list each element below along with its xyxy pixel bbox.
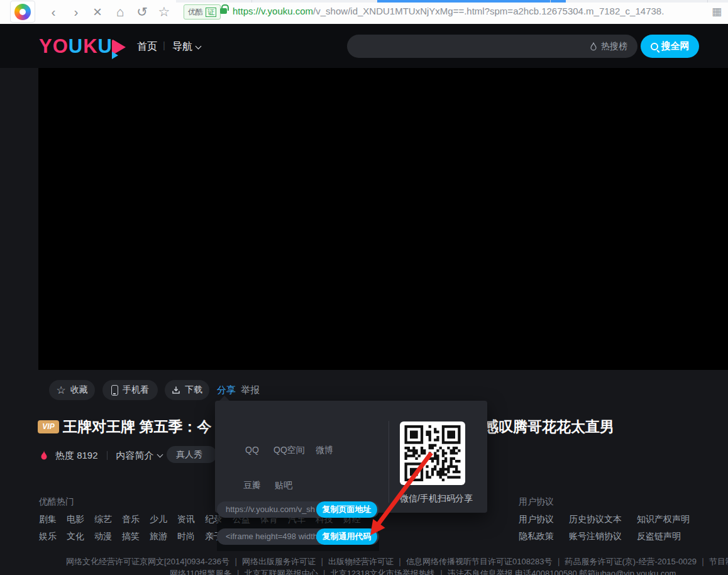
phone-label: 手机看 — [123, 384, 149, 396]
nav-home[interactable]: 首页 — [137, 40, 157, 53]
favorite-button[interactable]: ☆ 收藏 — [49, 380, 95, 400]
search-icon — [651, 43, 658, 50]
download-button[interactable]: 下载 — [165, 380, 209, 400]
url-path: /v_show/id_XNDU1MTUxNjYxMg==.html?spm=a2… — [313, 6, 664, 16]
logo-letter: Y — [39, 35, 53, 58]
watch-on-phone-button[interactable]: 手机看 — [102, 380, 158, 400]
share-tieba[interactable]: 贴吧 — [275, 480, 292, 491]
site-verification-badge[interactable]: 优酷 证 — [184, 4, 221, 20]
footer-agreement-row2: 隐私政策 账号注销协议 反盗链声明 — [519, 531, 681, 542]
footer-link[interactable]: 账号注销协议 — [569, 531, 622, 542]
footer-link[interactable]: 隐私政策 — [519, 531, 554, 542]
legal-line1: 网络文化经营许可证京网文[2014]0934-236号 ｜ 网络出版服务许可证 … — [66, 556, 728, 567]
footer-link[interactable]: 动漫 — [94, 531, 112, 542]
qr-code-icon[interactable]: ▦ — [712, 5, 722, 18]
site-header: Y O U K U 首页 | 导航 热搜榜 搜全网 — [0, 24, 728, 68]
report-button[interactable]: 举报 — [241, 384, 260, 396]
footer-agreement-row1: 用户协议 历史协议文本 知识产权声明 — [519, 514, 690, 525]
footer-link[interactable]: 时尚 — [177, 531, 195, 542]
site-badge-label: 优酷 — [188, 7, 203, 18]
copy-embed-code-button[interactable]: 复制通用代码 — [316, 528, 377, 545]
browser-logo[interactable] — [10, 1, 35, 23]
tab-separator — [707, 0, 708, 3]
youku-play-icon-accent — [112, 52, 118, 59]
share-douban[interactable]: 豆瓣 — [243, 480, 261, 491]
share-popup: QQ QQ空间 微博 豆瓣 贴吧 微信/手机扫码分享 — [215, 401, 487, 513]
nav-divider: | — [163, 40, 165, 50]
phone-icon — [111, 385, 118, 396]
footer-link[interactable]: 电影 — [67, 514, 84, 525]
footer-link[interactable]: 少儿 — [150, 514, 167, 525]
summary-label: 内容简介 — [116, 450, 154, 461]
footer-hot-row2: 娱乐 文化 动漫 搞笑 旅游 时尚 亲子 — [39, 531, 223, 542]
share-weibo[interactable]: 微博 — [316, 445, 333, 456]
video-player[interactable] — [38, 68, 728, 370]
download-icon — [172, 386, 180, 394]
video-meta-row: 热度 8192 内容简介 — [39, 447, 162, 464]
footer-link[interactable]: 搞笑 — [122, 531, 140, 542]
home-icon[interactable]: ⌂ — [111, 3, 130, 21]
popup-divider — [389, 421, 389, 503]
footer-link[interactable]: 文化 — [67, 531, 84, 542]
qr-code-image — [404, 425, 461, 481]
tab-separator — [251, 0, 252, 3]
share-qq[interactable]: QQ — [245, 445, 259, 455]
legal-line2: 网络110报警服务 ｜ 北京互联网举报中心 ｜ 北京12318文化市场举报热线 … — [170, 568, 676, 575]
footer-link[interactable]: 娱乐 — [39, 531, 57, 542]
share-qzone[interactable]: QQ空间 — [273, 445, 305, 456]
tab-separator — [550, 0, 551, 3]
site-cert-icon: 证 — [206, 8, 216, 17]
back-icon[interactable]: ‹ — [44, 3, 63, 21]
hot-search-link[interactable]: 热搜榜 — [601, 41, 627, 52]
heat-flame-icon — [39, 450, 49, 461]
footer-link[interactable]: 反盗链声明 — [637, 531, 681, 542]
footer-link[interactable]: 历史协议文本 — [569, 514, 622, 525]
meta-divider — [107, 451, 108, 460]
https-lock-icon — [220, 8, 227, 14]
search-input[interactable]: 热搜榜 — [347, 35, 637, 58]
logo-letter: K — [83, 35, 97, 58]
browser-logo-icon — [14, 4, 31, 20]
url-host: https://v.youku.com — [233, 6, 313, 16]
star-icon: ☆ — [56, 385, 65, 396]
chevron-down-icon — [196, 43, 202, 50]
footer-agreement-title: 用户协议 — [519, 496, 554, 508]
video-title-right: 感叹腾哥花花太直男 — [484, 417, 614, 437]
footer-link[interactable]: 剧集 — [39, 514, 57, 525]
flame-outline-icon — [589, 42, 598, 52]
footer-link[interactable]: 音乐 — [122, 514, 140, 525]
logo-letter: O — [53, 35, 69, 58]
footer-link[interactable]: 旅游 — [150, 531, 167, 542]
chevron-down-icon — [157, 451, 163, 457]
footer-link[interactable]: 知识产权声明 — [637, 514, 690, 525]
download-label: 下载 — [185, 384, 202, 396]
nav-menu-label: 导航 — [172, 41, 192, 52]
summary-toggle[interactable]: 内容简介 — [116, 450, 162, 462]
video-title-left: 王牌对王牌 第五季：今 — [63, 417, 211, 437]
page: ‹ › × ⌂ ↺ ☆ 优酷 证 https://v.youku.com/v_s… — [0, 0, 728, 575]
copy-page-url-button[interactable]: 复制页面地址 — [316, 501, 377, 518]
genre-tag[interactable]: 真人秀 — [167, 446, 217, 463]
vip-badge: VIP — [38, 420, 59, 433]
address-bar[interactable]: https://v.youku.com/v_show/id_XNDU1MTUxN… — [233, 6, 664, 16]
footer-link[interactable]: 用户协议 — [519, 514, 554, 525]
footer-link[interactable]: 资讯 — [177, 514, 195, 525]
search-button-label: 搜全网 — [661, 40, 690, 52]
active-tab-indicator — [377, 0, 566, 3]
qr-caption: 微信/手机扫码分享 — [400, 493, 473, 505]
footer-link[interactable]: 综艺 — [94, 514, 112, 525]
bookmark-star-icon[interactable]: ☆ — [155, 3, 174, 21]
footer-hot-title: 优酷热门 — [39, 496, 74, 508]
logo-letter: U — [98, 35, 113, 58]
stop-icon[interactable]: × — [88, 3, 107, 21]
youku-logo[interactable]: Y O U K U — [39, 35, 113, 58]
favorite-label: 收藏 — [70, 384, 88, 396]
refresh-icon[interactable]: ↺ — [133, 3, 152, 21]
forward-icon[interactable]: › — [67, 3, 85, 21]
search-all-button[interactable]: 搜全网 — [641, 35, 699, 58]
browser-toolbar: ‹ › × ⌂ ↺ ☆ 优酷 证 https://v.youku.com/v_s… — [0, 0, 728, 24]
nav-menu[interactable]: 导航 — [172, 40, 201, 53]
qr-code — [400, 421, 465, 485]
share-button[interactable]: 分享 — [217, 384, 236, 396]
heat-value: 热度 8192 — [55, 450, 98, 462]
